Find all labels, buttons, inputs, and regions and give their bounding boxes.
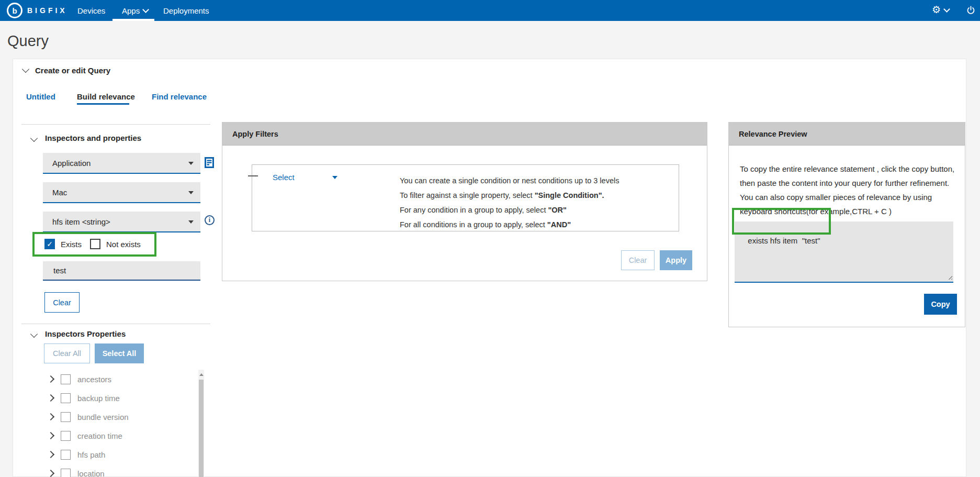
resize-handle[interactable] (947, 274, 952, 280)
platform-dropdown-value: Mac (52, 188, 67, 197)
inspectors-title: Inspectors and properties (45, 134, 141, 142)
checkmark-icon: ✓ (47, 240, 53, 248)
logout-button[interactable] (966, 5, 975, 17)
brand-text: BIGFIX (27, 6, 67, 15)
nav-devices-label: Devices (77, 6, 105, 15)
property-checkbox[interactable] (61, 450, 71, 460)
exists-label: Exists (61, 240, 82, 249)
relevance-preview-header: Relevance Preview (729, 123, 965, 146)
relevance-textarea[interactable]: exists hfs item "test" (735, 221, 953, 283)
property-tree-row: location (44, 464, 190, 477)
relevance-description: To copy the entire relevance statement ,… (740, 162, 956, 218)
tree-scrollbar[interactable] (198, 370, 204, 477)
relevance-preview-title: Relevance Preview (739, 130, 807, 138)
expand-chevron-icon[interactable] (47, 432, 54, 439)
inspector-dropdown-value: Application (52, 159, 91, 168)
property-checkbox[interactable] (61, 412, 71, 422)
property-label: location (77, 469, 105, 477)
clear-all-button[interactable]: Clear All (44, 343, 90, 363)
property-tree-row: backup time (44, 389, 190, 407)
property-tree-row: ancestors (44, 370, 190, 389)
nav-active-underline (112, 19, 154, 21)
property-checkbox[interactable] (61, 431, 71, 441)
catalog-icon[interactable] (205, 157, 214, 170)
tab-find-relevance[interactable]: Find relevance (152, 92, 207, 101)
expand-chevron-icon[interactable] (47, 413, 54, 420)
property-tree-row: bundle version (44, 407, 190, 426)
property-checkbox[interactable] (61, 374, 71, 384)
chevron-down-icon (332, 176, 337, 179)
expand-chevron-icon[interactable] (47, 470, 54, 477)
apply-filters-title: Apply Filters (232, 130, 278, 138)
scrollbar-thumb[interactable] (199, 380, 204, 477)
divider (21, 324, 210, 324)
nav-item-apps[interactable]: Apps (122, 0, 148, 21)
condition-select-dropdown[interactable]: Select (273, 173, 337, 182)
property-label: backup time (77, 394, 120, 403)
settings-menu-button[interactable]: ⚙ (932, 4, 949, 16)
nav-item-devices[interactable]: Devices (77, 0, 105, 21)
divider (21, 124, 210, 125)
expand-chevron-icon[interactable] (47, 375, 54, 383)
tab-active-underline (77, 103, 129, 105)
relevance-text: exists hfs item "test" (748, 236, 820, 245)
chevron-down-icon (188, 220, 194, 224)
platform-dropdown[interactable]: Mac (43, 182, 200, 203)
apply-filters-header: Apply Filters (222, 123, 707, 146)
not-exists-label: Not exists (106, 240, 141, 249)
scrollbar-up-icon[interactable] (199, 373, 204, 376)
select-all-button[interactable]: Select All (95, 343, 144, 363)
gear-icon: ⚙ (932, 4, 941, 16)
clear-button[interactable]: Clear (44, 292, 80, 313)
property-value-input[interactable] (43, 261, 200, 281)
properties-title: Inspectors Properties (45, 329, 126, 338)
bigfix-logo[interactable]: b BIGFIX (7, 0, 67, 21)
property-checkbox[interactable] (61, 469, 71, 477)
info-icon[interactable]: i (205, 215, 215, 225)
property-label: ancestors (77, 375, 111, 384)
top-navbar: b BIGFIX Devices Apps Deployments ⚙ (0, 0, 980, 21)
page-title: Query (7, 32, 49, 50)
property-label: bundle version (77, 413, 129, 421)
not-exists-checkbox[interactable] (90, 239, 100, 249)
help-line: For any condition in a group to apply, s… (400, 206, 567, 214)
chevron-down-icon (943, 6, 950, 13)
clear-filters-button[interactable]: Clear (621, 250, 655, 270)
copy-button[interactable]: Copy (924, 294, 957, 315)
chevron-down-icon (188, 162, 194, 165)
bigfix-logo-icon: b (7, 3, 22, 18)
property-checkbox[interactable] (61, 393, 71, 403)
condition-select-label: Select (273, 173, 295, 182)
tab-untitled[interactable]: Untitled (26, 92, 55, 101)
help-line: To filter against a single property, sel… (400, 191, 604, 199)
property-tree-row: creation time (44, 426, 190, 445)
tab-build-relevance[interactable]: Build relevance (77, 92, 135, 101)
power-icon (966, 5, 975, 15)
exists-checkbox[interactable]: ✓ (44, 239, 55, 249)
chevron-down-icon (142, 6, 149, 13)
property-label: creation time (77, 431, 122, 440)
nav-deployments-label: Deployments (163, 6, 209, 15)
expand-chevron-icon[interactable] (47, 451, 54, 458)
property-dropdown[interactable]: hfs item <string> (43, 212, 200, 232)
apply-button[interactable]: Apply (660, 250, 692, 270)
help-line: For all conditions in a group to apply, … (400, 220, 571, 229)
section-title: Create or edit Query (35, 66, 110, 75)
property-dropdown-value: hfs item <string> (52, 217, 110, 226)
nav-item-deployments[interactable]: Deployments (163, 0, 209, 21)
nav-apps-label: Apps (122, 6, 140, 15)
expand-chevron-icon[interactable] (47, 394, 54, 402)
tree-connector-dash (248, 175, 258, 176)
help-line: You can create a single condition or nes… (400, 176, 619, 185)
inspector-dropdown[interactable]: Application (43, 153, 200, 174)
property-label: hfs path (77, 450, 105, 459)
property-tree-row: hfs path (44, 445, 190, 464)
chevron-down-icon (188, 191, 194, 194)
